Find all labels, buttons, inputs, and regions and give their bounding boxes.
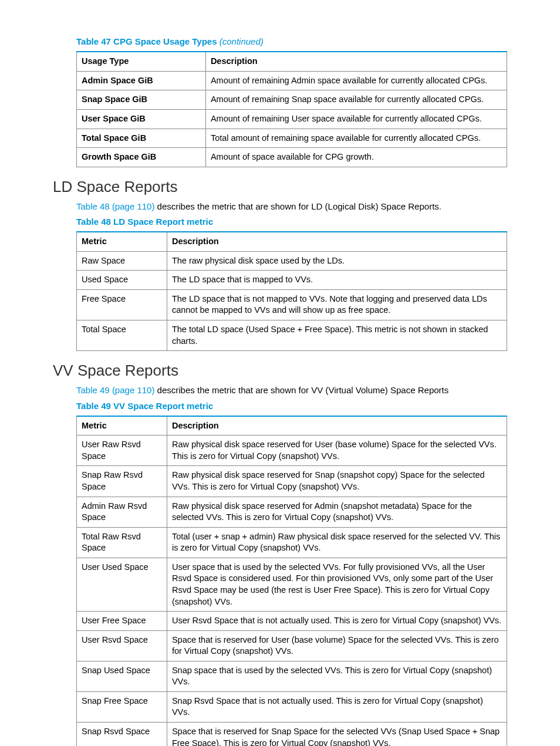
metric-cell: Used Space [77, 271, 167, 290]
metric-cell: User Free Space [77, 612, 167, 631]
table48-caption: Table 48 LD Space Report metric [76, 216, 507, 228]
metric-cell: User Used Space [77, 558, 167, 611]
table47: Usage Type Description Admin Space GiBAm… [76, 51, 507, 167]
table49-header-row: Metric Description [77, 416, 507, 436]
table-row: User Raw Rsvd SpaceRaw physical disk spa… [77, 436, 507, 466]
metric-cell: Snap Raw Rsvd Space [77, 466, 167, 497]
description-cell: Raw physical disk space reserved for Use… [167, 436, 507, 466]
metric-cell: Snap Rsvd Space [77, 723, 167, 747]
table49-caption: Table 49 VV Space Report metric [76, 400, 507, 412]
table-row: Growth Space GiBAmount of space availabl… [77, 148, 507, 167]
metric-cell: Growth Space GiB [77, 148, 206, 167]
table-row: Snap Free SpaceSnap Rsvd Space that is n… [77, 691, 507, 722]
metric-cell: Raw Space [77, 251, 167, 271]
table-row: Admin Space GiBAmount of remaining Admin… [77, 71, 507, 90]
description-cell: Amount of remaining Admin space availabl… [205, 71, 507, 90]
table-row: Snap Space GiBAmount of remaining Snap s… [77, 90, 507, 110]
description-cell: Raw physical disk space reserved for Adm… [167, 497, 507, 527]
table49-h0: Metric [77, 416, 167, 436]
vv-heading: VV Space Reports [53, 360, 507, 381]
ld-intro-link[interactable]: Table 48 (page 110) [76, 201, 154, 211]
table-row: Total SpaceThe total LD space (Used Spac… [77, 320, 507, 351]
table48-header-row: Metric Description [77, 232, 507, 251]
description-cell: Space that is reserved for Snap Space fo… [167, 723, 507, 747]
table-row: Total Raw Rsvd SpaceTotal (user + snap +… [77, 527, 507, 558]
ld-intro-rest: describes the metric that are shown for … [154, 201, 441, 211]
ld-intro: Table 48 (page 110) describes the metric… [76, 201, 507, 212]
table-row: Used SpaceThe LD space that is mapped to… [77, 271, 507, 290]
table47-h0: Usage Type [77, 52, 206, 71]
table47-caption: Table 47 CPG Space Usage Types (continue… [76, 36, 507, 48]
table-row: User Rsvd SpaceSpace that is reserved fo… [77, 630, 507, 661]
metric-cell: Total Space GiB [77, 129, 206, 148]
table47-h1: Description [205, 52, 507, 71]
table49: Metric Description User Raw Rsvd SpaceRa… [76, 416, 507, 746]
metric-cell: User Space GiB [77, 109, 206, 129]
description-cell: The raw physical disk space used by the … [167, 251, 507, 271]
metric-cell: User Rsvd Space [77, 630, 167, 661]
table-row: User Space GiBAmount of remaining User s… [77, 109, 507, 129]
table-row: Admin Raw Rsvd SpaceRaw physical disk sp… [77, 497, 507, 527]
description-cell: User Rsvd Space that is not actually use… [167, 612, 507, 631]
table-row: Total Space GiBTotal amount of remaining… [77, 129, 507, 148]
description-cell: Snap Rsvd Space that is not actually use… [167, 691, 507, 722]
table47-caption-text: Table 47 CPG Space Usage Types [76, 36, 217, 46]
metric-cell: Admin Space GiB [77, 71, 206, 90]
table-row: Snap Used SpaceSnap space that is used b… [77, 661, 507, 691]
metric-cell: Admin Raw Rsvd Space [77, 497, 167, 527]
description-cell: User space that is used by the selected … [167, 558, 507, 611]
table-row: Snap Raw Rsvd SpaceRaw physical disk spa… [77, 466, 507, 497]
metric-cell: Free Space [77, 289, 167, 320]
table47-continued: (continued) [220, 36, 264, 46]
description-cell: Total amount of remaining space availabl… [205, 129, 507, 148]
metric-cell: Total Raw Rsvd Space [77, 527, 167, 558]
table49-h1: Description [167, 416, 507, 436]
metric-cell: Snap Space GiB [77, 90, 206, 110]
metric-cell: Snap Free Space [77, 691, 167, 722]
table-row: Free SpaceThe LD space that is not mappe… [77, 289, 507, 320]
description-cell: Space that is reserved for User (base vo… [167, 630, 507, 661]
table-row: Snap Rsvd SpaceSpace that is reserved fo… [77, 723, 507, 747]
table47-header-row: Usage Type Description [77, 52, 507, 71]
metric-cell: User Raw Rsvd Space [77, 436, 167, 466]
ld-heading: LD Space Reports [53, 177, 507, 197]
metric-cell: Total Space [77, 320, 167, 351]
table48-h1: Description [167, 232, 507, 251]
description-cell: The LD space that is not mapped to VVs. … [167, 289, 507, 320]
vv-intro-link[interactable]: Table 49 (page 110) [76, 385, 154, 395]
description-cell: Raw physical disk space reserved for Sna… [167, 466, 507, 497]
description-cell: The total LD space (Used Space + Free Sp… [167, 320, 507, 351]
table-row: User Free SpaceUser Rsvd Space that is n… [77, 612, 507, 631]
description-cell: Snap space that is used by the selected … [167, 661, 507, 691]
description-cell: Amount of remaining Snap space available… [205, 90, 507, 110]
description-cell: Amount of space available for CPG growth… [205, 148, 507, 167]
table-row: User Used SpaceUser space that is used b… [77, 558, 507, 611]
table-row: Raw SpaceThe raw physical disk space use… [77, 251, 507, 271]
description-cell: The LD space that is mapped to VVs. [167, 271, 507, 290]
metric-cell: Snap Used Space [77, 661, 167, 691]
vv-intro: Table 49 (page 110) describes the metric… [76, 384, 507, 396]
description-cell: Total (user + snap + admin) Raw physical… [167, 527, 507, 558]
table48-h0: Metric [77, 232, 167, 251]
vv-intro-rest: describes the metric that are shown for … [154, 385, 448, 395]
description-cell: Amount of remaining User space available… [205, 109, 507, 129]
table48: Metric Description Raw SpaceThe raw phys… [76, 231, 507, 351]
